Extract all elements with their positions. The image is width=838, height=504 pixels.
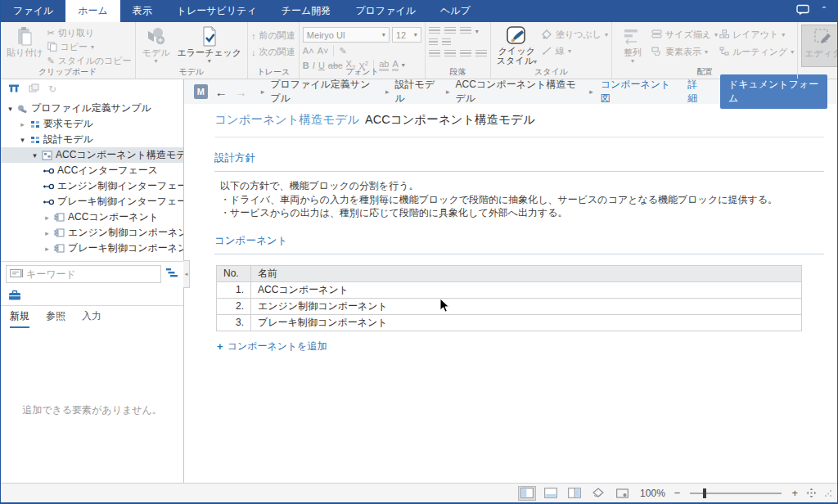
error-check-icon xyxy=(200,25,219,47)
keyword-search-input[interactable] xyxy=(26,268,157,280)
component-diagram-link[interactable]: コンポーネント図 xyxy=(601,78,674,106)
style-copy-button[interactable]: ✎ スタイルのコピー xyxy=(47,55,132,67)
policy-text[interactable]: 以下の方針で、機能ブロックの分割を行う。 ・ドライバ、車両からの入力を種別毎に機… xyxy=(220,179,824,220)
menu-tab-help[interactable]: ヘルプ xyxy=(428,0,483,22)
tree-item-design-model[interactable]: ▾ 設計モデル xyxy=(1,132,183,147)
tree-item-acc-structure-model[interactable]: ▾ ACCコンポーネント構造モデル xyxy=(1,147,183,163)
paste-button[interactable]: 貼り付け xyxy=(4,25,46,67)
breadcrumb-item[interactable]: 設計モデル xyxy=(395,78,440,106)
error-check-button[interactable]: エラーチェック ▾ xyxy=(175,25,245,67)
quick-style-button[interactable]: クイックスタイル▾ xyxy=(494,25,539,67)
zoom-slider-thumb[interactable] xyxy=(703,488,706,498)
cut-button[interactable]: ✂ 切り取り xyxy=(47,27,132,39)
font-size-select[interactable]: 12 ▾ xyxy=(392,27,421,43)
breadcrumb-item[interactable]: プロファイル定義サンプル xyxy=(270,78,380,106)
increase-indent-icon[interactable] xyxy=(442,38,451,47)
size-match-button[interactable]: サイズ揃え ▾ xyxy=(651,29,718,41)
tree-item-profile-sample[interactable]: ▾ プロファイル定義サンプル xyxy=(1,101,183,116)
copy-button[interactable]: コピー ▾ xyxy=(47,41,132,53)
tree-item-requirement-model[interactable]: ▸ 要求モデル xyxy=(1,116,183,132)
toolbox-icon[interactable] xyxy=(8,289,21,304)
align-left-icon[interactable] xyxy=(429,50,440,58)
ribbon-group-style: クイックスタイル▾ 塗りつぶし ▾ 線 ▾ スタイル xyxy=(491,22,612,79)
tab-reference[interactable]: 参照 xyxy=(46,306,65,328)
grow-font-button[interactable]: A˄ xyxy=(303,46,314,56)
horizontal-split-button[interactable] xyxy=(542,486,560,501)
table-row[interactable]: 2. エンジン制御コンポーネント xyxy=(217,298,802,314)
align-button[interactable]: 整列 ▾ xyxy=(615,25,650,67)
ribbon: 貼り付け ✂ 切り取り コピー ▾ ✎ スタイルのコピー xyxy=(1,22,837,79)
decrease-indent-icon[interactable] xyxy=(429,38,438,47)
bullet-list-icon[interactable] xyxy=(429,27,440,35)
line-button[interactable]: 線 ▾ xyxy=(541,45,608,57)
resize-grip[interactable] xyxy=(824,486,832,501)
fit-to-window-icon[interactable] xyxy=(804,486,818,501)
expander-open-icon[interactable]: ▾ xyxy=(29,151,40,160)
tree-item-acc-component[interactable]: ▸ ACCコンポーネント xyxy=(1,209,183,225)
feedback-icon[interactable] xyxy=(796,4,809,18)
menu-tab-file[interactable]: ファイル xyxy=(1,0,65,22)
expander-closed-icon[interactable]: ▸ xyxy=(42,245,52,253)
tree-item-engine-interface[interactable]: エンジン制御インターフェース xyxy=(1,178,183,194)
tab-new[interactable]: 新規 xyxy=(10,306,29,328)
model-button[interactable]: モデル ▾ xyxy=(139,25,173,67)
refresh-icon[interactable]: ↻ xyxy=(48,83,56,95)
panel-collapse-handle[interactable]: ◂ xyxy=(183,260,190,288)
zoom-slider[interactable] xyxy=(690,493,782,494)
fill-button[interactable]: 塗りつぶし ▾ xyxy=(541,29,608,41)
expander-closed-icon[interactable]: ▸ xyxy=(42,214,52,222)
numbered-list-icon[interactable] xyxy=(444,27,456,35)
next-relation-button[interactable]: ↓ 次の関連 xyxy=(251,46,295,58)
menu-tab-view[interactable]: 表示 xyxy=(120,0,164,22)
table-row[interactable]: 1. ACCコンポーネント xyxy=(217,281,802,298)
menu-tab-team[interactable]: チーム開発 xyxy=(269,0,344,22)
detail-link[interactable]: 詳細 xyxy=(687,78,705,106)
shrink-font-button[interactable]: A˅ xyxy=(318,46,329,56)
align-right-icon[interactable] xyxy=(460,50,471,58)
element-show-button[interactable]: 要素表示 ▾ xyxy=(651,46,718,58)
tree-item-acc-interface[interactable]: ACCインターフェース xyxy=(1,163,183,178)
routing-button[interactable]: ルーティング ▾ xyxy=(719,46,794,58)
zoom-in-button[interactable]: + xyxy=(791,487,798,499)
inspector-toggle-icon[interactable] xyxy=(589,486,607,501)
font-family-select[interactable]: Meiryo UI ▾ xyxy=(303,27,390,43)
prev-relation-button[interactable]: ↑ 前の関連 xyxy=(251,29,295,42)
ribbon-group-font: Meiryo UI ▾ 12 ▾ A˄ A˅ ✎ B I xyxy=(300,22,426,79)
editor-view-button[interactable]: エディタ xyxy=(801,25,838,67)
dropdown-icon: ▾ xyxy=(91,43,94,51)
align-center-icon[interactable] xyxy=(444,50,456,58)
layers-icon[interactable] xyxy=(29,82,39,97)
zoom-out-button[interactable]: − xyxy=(674,487,681,499)
tree-item-engine-component[interactable]: ▸ エンジン制御コンポーネント xyxy=(1,225,183,241)
align-justify-icon[interactable] xyxy=(475,50,487,58)
add-component-link[interactable]: + コンポーネントを追加 xyxy=(217,340,824,353)
nav-back-icon[interactable]: ← xyxy=(215,86,228,98)
tab-input[interactable]: 入力 xyxy=(82,306,101,328)
fill-icon xyxy=(541,29,552,41)
menu-tab-home[interactable]: ホーム xyxy=(65,0,120,22)
expander-open-icon[interactable]: ▾ xyxy=(5,105,16,113)
menu-tab-profile[interactable]: プロファイル xyxy=(343,0,428,22)
breadcrumb-item[interactable]: ACCコンポーネント構造モデル xyxy=(456,78,584,106)
table-row[interactable]: 3. ブレーキ制御コンポーネント xyxy=(217,314,802,331)
vertical-split-button[interactable] xyxy=(565,486,583,501)
interface-icon xyxy=(42,198,56,206)
filter-tree-icon[interactable] xyxy=(165,267,178,281)
dropdown-icon: ▾ xyxy=(208,57,211,65)
single-pane-button[interactable] xyxy=(518,486,536,501)
expander-closed-icon[interactable]: ▸ xyxy=(17,120,28,128)
multilevel-list-icon[interactable] xyxy=(460,27,471,35)
expander-open-icon[interactable]: ▾ xyxy=(17,136,28,144)
screen-settings-icon[interactable] xyxy=(613,486,631,501)
menu-tab-traceability[interactable]: トレーサビリティ xyxy=(164,0,269,22)
clear-format-button[interactable]: ✎ xyxy=(339,46,346,56)
expander-closed-icon[interactable]: ▸ xyxy=(42,229,52,237)
components-table: No. 名前 1. ACCコンポーネント 2. エンジン制御コンポーネント xyxy=(216,265,802,331)
collapse-ribbon-icon[interactable]: ˆ xyxy=(822,7,826,16)
tree-item-brake-component[interactable]: ▸ ブレーキ制御コンポーネント xyxy=(1,241,183,256)
model-tree-icon[interactable] xyxy=(8,82,20,97)
section-heading-policy: 設計方針 xyxy=(214,151,824,172)
layout-button[interactable]: レイアウト ▾ xyxy=(719,29,794,41)
tree-item-brake-interface[interactable]: ブレーキ制御インターフェース xyxy=(1,194,183,209)
quick-style-icon xyxy=(506,25,527,46)
